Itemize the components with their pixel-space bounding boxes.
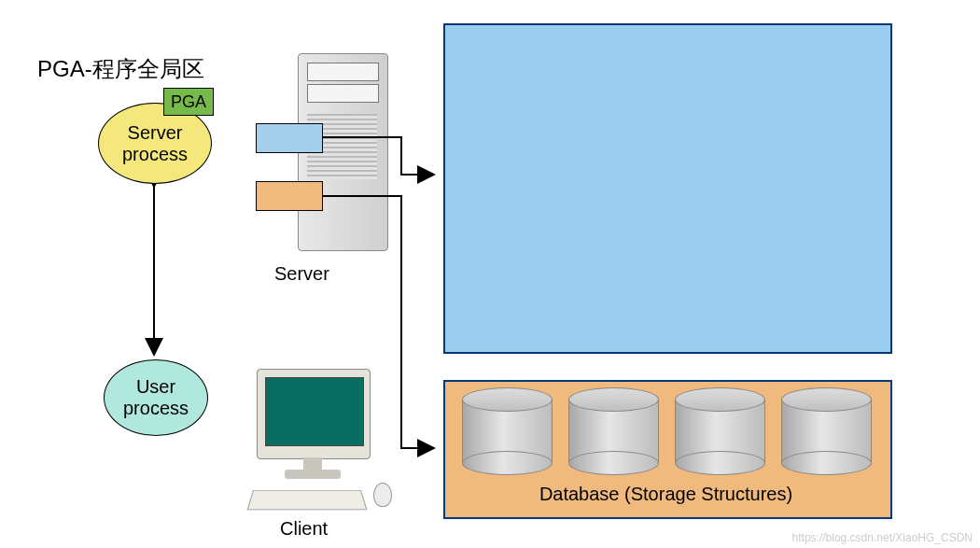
storage-cylinder-icon (568, 387, 657, 473)
server-slot-blue (256, 123, 323, 153)
diagram-title: PGA-程序全局区 (37, 54, 204, 84)
storage-cylinder-icon (675, 387, 763, 473)
user-process-ellipse: User process (104, 359, 208, 436)
client-icon (233, 369, 401, 513)
pga-badge-label: PGA (171, 92, 206, 112)
database-cylinders (462, 387, 870, 473)
user-process-label: User process (123, 376, 189, 419)
storage-cylinder-icon (781, 387, 870, 473)
client-label: Client (280, 518, 328, 540)
diagram-canvas: PGA-程序全局区 Server process PGA User proces… (0, 0, 980, 548)
pga-badge: PGA (163, 88, 214, 116)
server-label: Server (274, 263, 329, 285)
database-label: Database (Storage Structures) (443, 484, 889, 505)
server-process-label: Server process (122, 122, 188, 165)
storage-cylinder-icon (462, 387, 551, 473)
server-slot-orange (256, 181, 323, 211)
instance-box (443, 23, 892, 354)
watermark: https://blog.csdn.net/XiaoHG_CSDN (792, 531, 973, 544)
server-icon (256, 49, 391, 259)
